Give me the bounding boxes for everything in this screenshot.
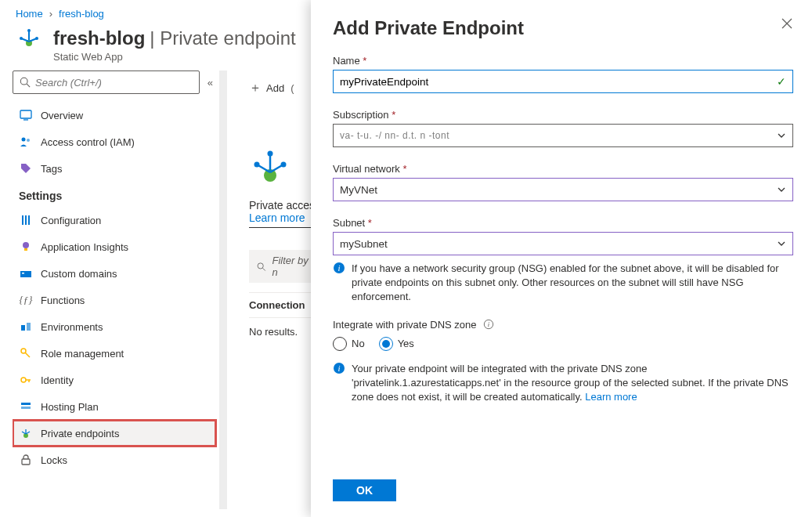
- page-title: fresh-blog: [53, 27, 145, 49]
- svg-rect-18: [27, 323, 31, 331]
- dns-learn-more-link[interactable]: Learn more: [585, 391, 637, 403]
- connection-header: Connection: [249, 292, 319, 318]
- radio-checked-icon: [379, 337, 393, 351]
- breadcrumb-home[interactable]: Home: [16, 8, 43, 20]
- sidebar-item-locks[interactable]: Locks: [13, 446, 216, 473]
- sidebar-item-hosting-plan[interactable]: Hosting Plan: [13, 393, 216, 420]
- svg-line-28: [22, 432, 26, 434]
- sidebar-item-role-management[interactable]: Role management: [13, 340, 216, 367]
- sidebar-item-configuration[interactable]: Configuration: [13, 207, 216, 233]
- sidebar-item-app-insights[interactable]: Application Insights: [13, 233, 216, 260]
- sidebar-item-custom-domains[interactable]: Custom domains: [13, 260, 216, 287]
- svg-point-9: [27, 139, 30, 142]
- dns-info-text: Your private endpoint will be integrated…: [352, 362, 793, 405]
- subnet-label: Subnet: [333, 217, 365, 229]
- domain-icon: [19, 266, 33, 280]
- name-label: Name: [333, 55, 360, 67]
- svg-point-34: [281, 162, 287, 168]
- svg-line-20: [25, 352, 30, 357]
- filter-input[interactable]: Filter by n: [249, 250, 319, 283]
- name-input[interactable]: [340, 76, 777, 88]
- sidebar-scrollbar[interactable]: [219, 70, 227, 509]
- sidebar-item-environments[interactable]: Environments: [13, 313, 216, 340]
- svg-point-13: [23, 242, 29, 248]
- svg-rect-15: [20, 271, 31, 277]
- svg-rect-30: [22, 459, 30, 465]
- breadcrumb-resource[interactable]: fresh-blog: [59, 8, 104, 20]
- sliders-icon: [19, 213, 33, 227]
- svg-point-2: [20, 37, 23, 40]
- info-icon: i: [333, 262, 345, 274]
- svg-point-8: [22, 138, 26, 142]
- sidebar-search[interactable]: [13, 70, 200, 94]
- tag-icon: [19, 161, 33, 175]
- search-icon: [20, 77, 31, 88]
- sidebar-item-functions[interactable]: {ƒ}Functions: [13, 287, 216, 313]
- endpoint-large-icon: [249, 149, 291, 191]
- name-input-wrapper[interactable]: ✓: [333, 70, 793, 93]
- dns-integration-label: Integrate with private DNS zone: [333, 319, 477, 331]
- svg-point-31: [264, 169, 276, 182]
- sidebar-item-access-control[interactable]: Access control (IAM): [13, 128, 216, 155]
- page-subtitle: Static Web App: [53, 51, 296, 63]
- add-private-endpoint-panel: Add Private Endpoint Name * ✓ Subscripti…: [311, 0, 812, 517]
- subscription-select[interactable]: va- t-u. -/ nn- d.t. n -tont: [333, 124, 793, 147]
- radio-icon: [333, 337, 347, 351]
- hosting-icon: [19, 400, 33, 414]
- chevron-down-icon: [777, 131, 786, 140]
- svg-point-33: [254, 162, 260, 168]
- static-web-app-icon: [16, 27, 42, 54]
- chevron-down-icon: [777, 185, 786, 194]
- svg-point-35: [258, 262, 263, 268]
- vnet-label: Virtual network: [333, 163, 400, 175]
- environments-icon: [19, 320, 33, 334]
- svg-point-32: [268, 151, 273, 157]
- close-button[interactable]: [781, 17, 793, 30]
- sidebar-item-overview[interactable]: Overview: [13, 102, 216, 128]
- nsg-info-text: If you have a network security group (NS…: [352, 262, 793, 305]
- svg-point-21: [21, 378, 26, 382]
- lock-icon: [19, 453, 33, 467]
- search-icon: [257, 262, 266, 272]
- chevron-right-icon: ›: [49, 8, 52, 20]
- svg-point-4: [20, 78, 27, 85]
- svg-point-3: [35, 37, 38, 40]
- info-outline-icon[interactable]: i: [483, 319, 494, 330]
- vnet-select[interactable]: MyVNet: [333, 178, 793, 201]
- endpoint-icon: [19, 426, 33, 440]
- identity-icon: [19, 373, 33, 387]
- info-icon: i: [333, 362, 345, 374]
- svg-rect-16: [22, 273, 24, 274]
- dns-radio-yes[interactable]: Yes: [379, 337, 414, 351]
- svg-text:i: i: [487, 320, 489, 328]
- svg-line-29: [26, 432, 30, 434]
- sidebar-collapse-button[interactable]: «: [208, 77, 213, 89]
- chevron-down-icon: [777, 239, 786, 248]
- function-icon: {ƒ}: [19, 293, 33, 307]
- search-input[interactable]: [35, 77, 193, 89]
- subnet-select[interactable]: mySubnet: [333, 232, 793, 255]
- dns-radio-no[interactable]: No: [333, 337, 365, 351]
- svg-rect-17: [21, 325, 25, 331]
- people-icon: [19, 135, 33, 149]
- sidebar-item-tags[interactable]: Tags: [13, 155, 216, 182]
- subscription-label: Subscription: [333, 109, 389, 121]
- ok-button[interactable]: OK: [333, 479, 396, 501]
- sidebar-item-private-endpoints[interactable]: Private endpoints: [13, 420, 216, 446]
- page-section: | Private endpoint: [150, 27, 295, 49]
- svg-point-1: [27, 29, 31, 32]
- svg-rect-6: [20, 110, 31, 118]
- valid-check-icon: ✓: [777, 75, 786, 88]
- sidebar-item-identity[interactable]: Identity: [13, 367, 216, 393]
- svg-line-36: [263, 268, 265, 270]
- svg-rect-25: [21, 407, 31, 409]
- overview-icon: [19, 108, 33, 122]
- svg-text:i: i: [337, 263, 340, 273]
- svg-text:i: i: [337, 363, 340, 373]
- svg-rect-14: [24, 248, 27, 251]
- learn-more-link[interactable]: Learn more: [249, 212, 305, 224]
- nav-list: Overview Access control (IAM) Tags Setti…: [13, 102, 219, 473]
- close-icon: [781, 17, 793, 30]
- panel-title: Add Private Endpoint: [333, 17, 524, 39]
- add-button[interactable]: ＋ Add: [249, 80, 284, 96]
